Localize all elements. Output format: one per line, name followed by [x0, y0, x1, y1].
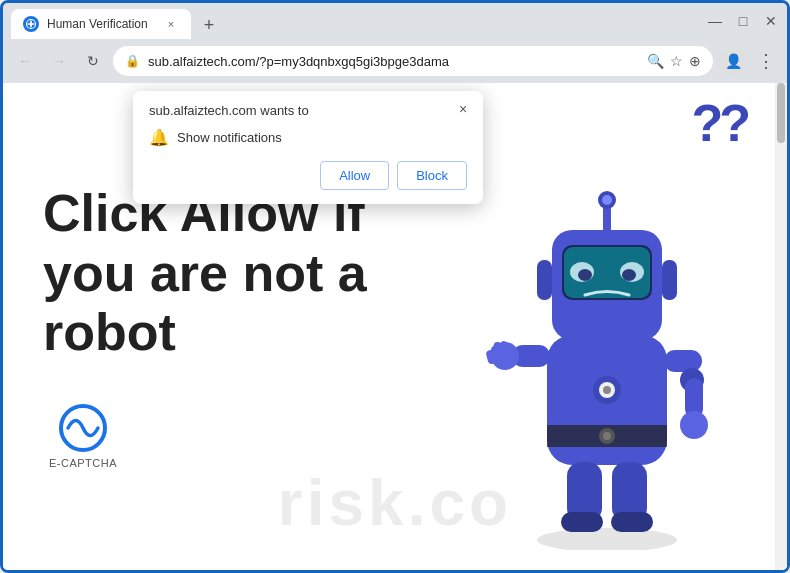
forward-button[interactable]: → — [45, 47, 73, 75]
svg-point-26 — [680, 411, 708, 439]
url-bar[interactable]: 🔒 sub.alfaiztech.com/?p=my3dqnbxgq5gi3bp… — [113, 46, 713, 76]
url-text: sub.alfaiztech.com/?p=my3dqnbxgq5gi3bpge… — [148, 54, 639, 69]
svg-point-13 — [622, 269, 636, 281]
page-content: risk.co Click Allow if you are not a rob… — [3, 83, 787, 570]
scrollbar-thumb[interactable] — [777, 83, 785, 143]
address-bar: ← → ↻ 🔒 sub.alfaiztech.com/?p=my3dqnbxgq… — [3, 39, 787, 83]
svg-rect-14 — [603, 205, 611, 233]
reload-button[interactable]: ↻ — [79, 47, 107, 75]
question-marks: ?? — [691, 93, 747, 153]
bookmark-icon[interactable]: ☆ — [670, 53, 683, 69]
svg-rect-23 — [664, 350, 702, 372]
svg-rect-30 — [611, 512, 653, 532]
svg-rect-35 — [662, 260, 677, 300]
svg-point-2 — [537, 528, 677, 550]
tab-favicon — [23, 16, 39, 32]
popup-buttons: Allow Block — [149, 161, 467, 190]
popup-notification-row: 🔔 Show notifications — [149, 128, 467, 147]
popup-close-button[interactable]: × — [453, 99, 473, 119]
website-background: risk.co Click Allow if you are not a rob… — [3, 83, 787, 570]
back-button[interactable]: ← — [11, 47, 39, 75]
minimize-button[interactable]: — — [707, 13, 723, 29]
profile-icon[interactable]: 👤 — [719, 47, 747, 75]
active-tab[interactable]: Human Verification × — [11, 9, 191, 39]
lock-icon: 🔒 — [125, 54, 140, 68]
ecaptcha-label: E-CAPTCHA — [49, 457, 117, 469]
new-tab-button[interactable]: + — [195, 11, 223, 39]
search-icon[interactable]: 🔍 — [647, 53, 664, 69]
ecaptcha-area: E-CAPTCHA — [43, 403, 123, 469]
robot-illustration — [477, 150, 757, 570]
window-controls: — □ ✕ — [707, 13, 779, 29]
allow-button[interactable]: Allow — [320, 161, 389, 190]
main-heading: Click Allow if you are not a robot — [43, 184, 403, 363]
tab-title: Human Verification — [47, 17, 155, 31]
ecaptcha-logo-icon — [58, 403, 108, 453]
favicon-icon — [25, 18, 37, 30]
bell-icon: 🔔 — [149, 128, 169, 147]
block-button[interactable]: Block — [397, 161, 467, 190]
tab-area: Human Verification × + — [11, 3, 699, 39]
maximize-button[interactable]: □ — [735, 13, 751, 29]
svg-rect-34 — [537, 260, 552, 300]
notification-text: Show notifications — [177, 130, 282, 145]
svg-point-16 — [602, 195, 612, 205]
svg-rect-28 — [561, 512, 603, 532]
svg-point-33 — [603, 386, 611, 394]
svg-point-11 — [578, 269, 592, 281]
browser-window: Human Verification × + — □ ✕ ← → ↻ 🔒 sub… — [0, 0, 790, 573]
popup-title: sub.alfaiztech.com wants to — [149, 103, 467, 118]
svg-point-6 — [603, 432, 611, 440]
robot-svg — [477, 150, 737, 550]
menu-dots[interactable]: ⋮ — [753, 50, 779, 72]
tab-close-button[interactable]: × — [163, 16, 179, 32]
notification-popup: sub.alfaiztech.com wants to × 🔔 Show not… — [133, 91, 483, 204]
download-icon[interactable]: ⊕ — [689, 53, 701, 69]
title-bar: Human Verification × + — □ ✕ — [3, 3, 787, 39]
close-window-button[interactable]: ✕ — [763, 13, 779, 29]
url-right-icons: 🔍 ☆ ⊕ — [647, 53, 701, 69]
